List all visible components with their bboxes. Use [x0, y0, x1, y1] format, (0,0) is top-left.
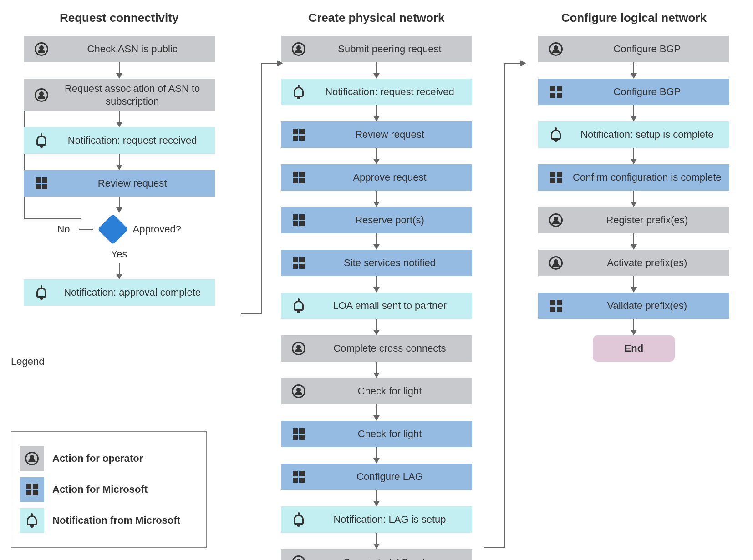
arrow-down-icon — [631, 191, 637, 207]
grid-icon — [548, 170, 564, 185]
col1-title: Request connectivity — [60, 11, 179, 25]
col3-title: Configure logical network — [561, 11, 707, 25]
node-configure-bgp-1: Configure BGP — [538, 36, 729, 62]
arrow-down-icon — [373, 105, 380, 121]
node-check-light-2: Check for light — [281, 421, 472, 447]
node-confirm-config-complete: Confirm configuration is complete — [538, 164, 729, 191]
arrow-down-icon — [631, 233, 637, 250]
grid-icon — [26, 484, 38, 495]
person-icon — [548, 212, 564, 228]
grid-icon — [291, 255, 306, 271]
legend-microsoft: Action for Microsoft — [20, 477, 198, 502]
arrow-down-icon — [373, 533, 380, 549]
arrow-down-icon — [373, 447, 380, 464]
person-icon — [548, 41, 564, 57]
node-activate-prefixes: Activate prefix(es) — [538, 250, 729, 276]
end-node: End — [593, 335, 675, 362]
swatch-notify — [20, 508, 44, 533]
grid-icon — [34, 176, 49, 191]
bell-icon — [291, 512, 306, 527]
legend-operator: Action for operator — [20, 446, 198, 471]
bell-icon — [291, 298, 306, 313]
node-submit-peering: Submit peering request — [281, 36, 472, 62]
column-configure-logical-network: Configure logical network Configure BGP … — [526, 11, 742, 362]
bell-icon — [291, 84, 306, 100]
node-validate-prefixes: Validate prefix(es) — [538, 293, 729, 319]
person-icon — [25, 452, 39, 465]
node-register-prefixes: Register prefix(es) — [538, 207, 729, 233]
arrow-down-icon — [631, 276, 637, 293]
arrow-down-icon — [373, 362, 380, 378]
arrow-down-icon — [373, 319, 380, 335]
arrow-down-icon — [631, 62, 637, 79]
arrow-down-icon — [116, 111, 122, 127]
diamond-icon — [97, 214, 128, 245]
approved-label: Approved? — [133, 223, 181, 235]
person-icon — [34, 41, 49, 57]
node-complete-cross-connects: Complete cross connects — [281, 335, 472, 362]
node-review-request-1: Review request — [24, 170, 215, 197]
arrow-down-icon — [116, 154, 122, 170]
grid-icon — [291, 170, 306, 185]
person-icon — [548, 255, 564, 271]
arrow-down-icon — [631, 148, 637, 164]
swatch-microsoft — [20, 477, 44, 502]
swatch-operator — [20, 446, 44, 471]
node-check-light-1: Check for light — [281, 378, 472, 404]
grid-icon — [291, 127, 306, 142]
bell-icon — [34, 133, 49, 148]
node-approval-complete: Notification: approval complete — [24, 279, 215, 306]
arrow-down-icon — [116, 62, 122, 79]
node-site-services-notified: Site services notified — [281, 250, 472, 276]
yes-label: Yes — [111, 248, 127, 260]
legend-box: Action for operator Action for Microsoft… — [11, 431, 207, 548]
grid-icon — [548, 84, 564, 100]
legend-notify: Notification from Microsoft — [20, 508, 198, 533]
grid-icon — [548, 298, 564, 313]
node-review-request-2: Review request — [281, 121, 472, 148]
person-icon — [291, 341, 306, 356]
arrow-down-icon — [373, 191, 380, 207]
grid-icon — [291, 212, 306, 228]
arrow-down-icon — [373, 404, 380, 421]
bell-icon — [27, 515, 37, 525]
column-create-physical-network: Create physical network Submit peering r… — [268, 11, 484, 560]
arrow-down-icon — [631, 319, 637, 335]
arrow-down-icon — [373, 276, 380, 293]
arrow-down-icon — [373, 148, 380, 164]
node-request-association: Request association of ASN to subscripti… — [24, 79, 215, 111]
no-label: No — [57, 223, 70, 235]
node-configure-lag: Configure LAG — [281, 464, 472, 490]
arrow-down-icon — [116, 197, 122, 213]
arrow-down-icon — [631, 105, 637, 121]
node-reserve-ports: Reserve port(s) — [281, 207, 472, 233]
node-notification-lag-setup: Notification: LAG is setup — [281, 506, 472, 533]
arrow-down-icon — [373, 490, 380, 506]
node-approve-request: Approve request — [281, 164, 472, 191]
decision-approved: No Approved? — [57, 213, 181, 246]
node-loa-email: LOA email sent to partner — [281, 293, 472, 319]
node-check-asn: Check ASN is public — [24, 36, 215, 62]
grid-icon — [291, 469, 306, 484]
grid-icon — [291, 426, 306, 442]
node-notification-received-2: Notification: request received — [281, 79, 472, 105]
node-notification-received-1: Notification: request received — [24, 127, 215, 154]
node-notification-setup-complete: Notification: setup is complete — [538, 121, 729, 148]
arrow-down-icon — [116, 263, 122, 279]
bell-icon — [34, 285, 49, 300]
arrow-down-icon — [373, 233, 380, 250]
arrow-down-icon — [373, 62, 380, 79]
legend-title: Legend — [11, 356, 227, 368]
node-configure-bgp-2: Configure BGP — [538, 79, 729, 105]
person-icon — [291, 555, 306, 560]
person-icon — [291, 383, 306, 399]
bell-icon — [548, 127, 564, 142]
col2-title: Create physical network — [308, 11, 444, 25]
person-icon — [34, 87, 49, 103]
person-icon — [291, 41, 306, 57]
node-complete-lag-setup: Complete LAG setup — [281, 549, 472, 560]
column-request-connectivity: Request connectivity Check ASN is public… — [11, 11, 227, 548]
